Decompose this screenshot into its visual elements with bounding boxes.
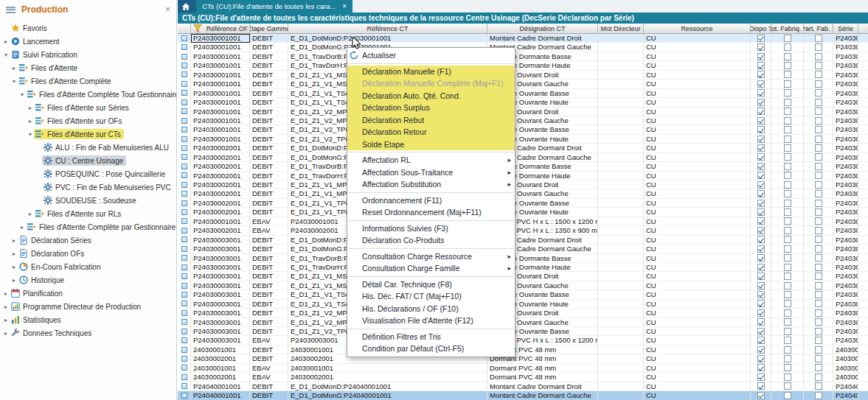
part-fab-checkbox[interactable] xyxy=(815,80,822,88)
cell-of[interactable]: P24030002001 xyxy=(191,162,250,171)
part-fab-checkbox[interactable] xyxy=(815,163,822,170)
cell-ct_dans[interactable] xyxy=(858,208,868,217)
cell-ressource[interactable]: CU xyxy=(644,153,751,162)
cell-serie[interactable]: P24030 xyxy=(833,309,858,317)
column-header-icon[interactable] xyxy=(178,24,191,34)
cell-ressource[interactable]: CU xyxy=(644,309,751,317)
menu-item[interactable]: Déclaration Auto. Qté. Cond. xyxy=(347,90,515,102)
table-row[interactable]: 24030001001DEBIT24030001001Dormant PVC 4… xyxy=(178,345,868,354)
column-header-etape[interactable]: Etape Gamme xyxy=(250,24,288,34)
cell-etape[interactable]: DEBIT xyxy=(250,162,288,171)
cell-ct_dans[interactable] xyxy=(858,52,868,61)
cell-etape[interactable]: DEBIT xyxy=(250,300,288,309)
cell-of[interactable]: P24030002001 xyxy=(191,180,250,189)
cell-ct_dans[interactable] xyxy=(858,116,868,125)
cell-mot_directeur[interactable] xyxy=(598,52,644,61)
chevron-down-icon[interactable]: ▾ xyxy=(10,78,18,85)
table-row[interactable]: P24030003001DEBITE_D1_Z1_V1_TSerB:P24030… xyxy=(178,290,868,299)
part-fab-checkbox[interactable] xyxy=(815,254,822,262)
cell-serie[interactable]: P24030 xyxy=(833,144,858,152)
cell-of[interactable]: P24030001001 xyxy=(191,125,250,134)
cell-serie[interactable]: P24030 xyxy=(833,116,858,125)
cell-ressource[interactable]: CU xyxy=(644,80,751,88)
cell-mot_directeur[interactable] xyxy=(598,364,644,373)
table-row[interactable]: P24030003001DEBITE_D1_DotMonG:P240300030… xyxy=(178,245,868,253)
cell-etape[interactable]: DEBIT xyxy=(250,318,288,327)
dispo-checkbox[interactable] xyxy=(757,99,765,106)
cell-serie[interactable]: P24030 xyxy=(833,263,858,272)
cell-ressource[interactable]: CU xyxy=(644,300,751,309)
part-fab-checkbox[interactable] xyxy=(815,172,822,179)
cell-serie[interactable]: P24030 xyxy=(833,254,858,263)
cell-ressource[interactable]: CU xyxy=(644,172,751,180)
sidebar-item[interactable]: CU : Centre Usinage xyxy=(0,154,176,167)
chevron-down-icon[interactable]: ▾ xyxy=(2,52,10,58)
part-fab-checkbox[interactable] xyxy=(815,309,822,317)
cell-ct_dans[interactable] xyxy=(858,364,868,373)
cell-ct_dans[interactable] xyxy=(858,172,868,180)
cell-serie[interactable]: P24030 xyxy=(833,208,858,217)
cell-mot_directeur[interactable] xyxy=(598,153,644,162)
cell-serie[interactable]: P24030 xyxy=(833,300,858,309)
sidebar-item[interactable]: ▸En-Cours Fabrication xyxy=(0,260,176,273)
cell-mot_directeur[interactable] xyxy=(598,391,644,400)
cell-serie[interactable]: P24030 xyxy=(833,272,858,281)
cell-ct[interactable]: 24030001001 xyxy=(288,364,487,373)
cell-mot_directeur[interactable] xyxy=(598,245,644,253)
cell-etape[interactable]: DEBIT xyxy=(250,125,288,134)
part-fab-checkbox[interactable] xyxy=(815,337,822,344)
cell-of[interactable]: P24030003001 xyxy=(191,245,250,253)
menu-item[interactable]: Définition Filtres et Tris xyxy=(347,331,515,343)
cell-of[interactable]: P24030003001 xyxy=(191,272,250,281)
tot-fabriq-checkbox[interactable] xyxy=(784,99,791,106)
menu-item[interactable]: Déclaration Retour xyxy=(347,126,515,138)
cell-ressource[interactable]: CU xyxy=(644,263,751,272)
table-row[interactable]: P24030001001DEBITE_D1_Z1_V2_MPivD:P24030… xyxy=(178,108,868,116)
cell-mot_directeur[interactable] xyxy=(598,226,644,235)
cell-mot_directeur[interactable] xyxy=(598,98,644,107)
chevron-right-icon[interactable]: ▸ xyxy=(10,250,18,257)
chevron-right-icon[interactable]: ▸ xyxy=(2,317,10,323)
column-header-serie[interactable]: Série xyxy=(833,24,858,34)
cell-etape[interactable]: DEBIT xyxy=(250,391,288,400)
table-row[interactable]: 24030002001DEBIT24030002001Dormant PVC 4… xyxy=(178,354,868,363)
home-tab[interactable] xyxy=(178,0,196,13)
cell-serie[interactable]: P24030 xyxy=(833,80,858,88)
cell-ressource[interactable]: CU xyxy=(644,327,751,336)
part-fab-checkbox[interactable] xyxy=(815,355,822,362)
table-row[interactable]: P24030002001DEBITE_D1_TravDorH:P24030002… xyxy=(178,172,868,180)
dispo-checkbox[interactable] xyxy=(757,71,765,78)
cell-ct_dans[interactable] xyxy=(858,108,868,116)
cell-etape[interactable]: DEBIT xyxy=(250,116,288,125)
table-row[interactable]: P24030001001DEBITE_D1_TravDorH:P24030001… xyxy=(178,61,868,70)
cell-ct_dans[interactable] xyxy=(858,382,868,391)
cell-of[interactable]: P24030002001 xyxy=(191,199,250,208)
cell-ct_dans[interactable] xyxy=(858,153,868,162)
dispo-checkbox[interactable] xyxy=(757,89,765,97)
part-fab-checkbox[interactable] xyxy=(815,43,822,51)
dispo-checkbox[interactable] xyxy=(757,190,765,197)
dispo-checkbox[interactable] xyxy=(757,245,765,253)
part-fab-checkbox[interactable] xyxy=(815,35,822,42)
table-row[interactable]: P24030003001EBAVP24030003001Châssis PVC … xyxy=(178,336,868,345)
cell-ct_dans[interactable] xyxy=(858,290,868,299)
cell-ressource[interactable]: CU xyxy=(644,89,751,98)
part-fab-checkbox[interactable] xyxy=(815,208,822,216)
column-header-mot_directeur[interactable]: Mot Directeur xyxy=(598,24,644,34)
table-row[interactable]: P24030002001DEBITE_D1_DotMonD:P240300020… xyxy=(178,144,868,152)
tot-fabriq-checkbox[interactable] xyxy=(784,117,791,124)
part-fab-checkbox[interactable] xyxy=(815,373,822,381)
cell-ct_dans[interactable] xyxy=(858,34,868,43)
cell-serie[interactable]: 240300 xyxy=(833,354,858,363)
sidebar-item[interactable]: ▾Files d'Attente Complète Tout Gestionna… xyxy=(0,88,176,101)
table-row[interactable]: P24030001001EBAVP24030001001Châssis PVC … xyxy=(178,217,868,226)
menu-item[interactable]: His. Déclarations / OF (F10) xyxy=(347,303,515,315)
cell-serie[interactable]: P24030 xyxy=(833,43,858,52)
chevron-right-icon[interactable]: ▸ xyxy=(18,224,26,231)
table-row[interactable]: P24030002001DEBITE_D1_Z1_V1_MPivD:P24030… xyxy=(178,180,868,189)
cell-etape[interactable]: DEBIT xyxy=(250,327,288,336)
cell-etape[interactable]: DEBIT xyxy=(250,354,288,363)
cell-ressource[interactable]: CU xyxy=(644,336,751,345)
table-row[interactable]: P24040001001DEBITE_D1_DotMonG:P240400010… xyxy=(178,391,868,400)
cell-ressource[interactable]: CU xyxy=(644,236,751,245)
